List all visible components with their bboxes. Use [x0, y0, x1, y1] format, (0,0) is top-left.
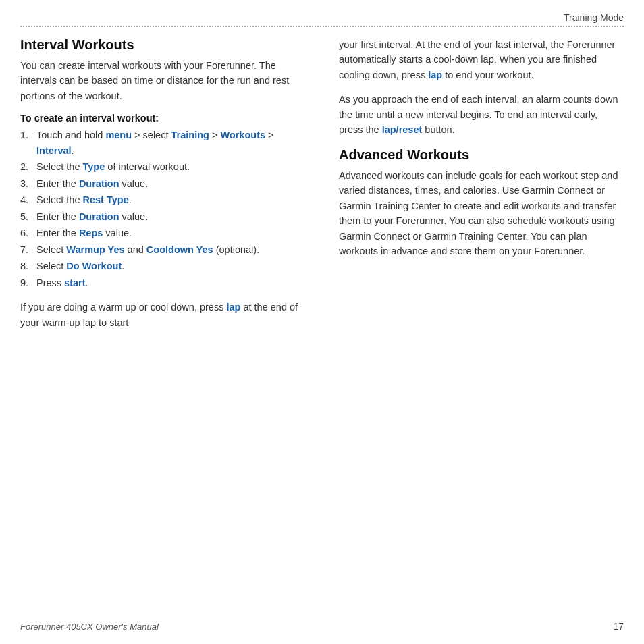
step-2-text: Select the Type of interval workout.	[36, 159, 190, 174]
step-3: 3. Enter the Duration value.	[20, 176, 305, 191]
step-6: 6. Enter the Reps value.	[20, 225, 305, 240]
page: Training Mode Interval Workouts You can …	[0, 0, 644, 644]
step-4-text: Select the Rest Type.	[36, 192, 132, 207]
step-5-num: 5.	[20, 209, 36, 224]
step-9-text: Press start.	[36, 275, 88, 290]
intro-text: You can create interval workouts with yo…	[20, 58, 305, 103]
advanced-workouts-title: Advanced Workouts	[339, 147, 624, 163]
step-9: 9. Press start.	[20, 275, 305, 290]
workouts-bold: Workouts	[220, 130, 265, 140]
step-7-num: 7.	[20, 242, 36, 257]
step-4: 4. Select the Rest Type.	[20, 192, 305, 207]
step-8-num: 8.	[20, 259, 36, 273]
step-6-num: 6.	[20, 225, 36, 240]
step-2-num: 2.	[20, 159, 36, 174]
footer-page-number: 17	[613, 621, 624, 632]
step-3-text: Enter the Duration value.	[36, 176, 148, 191]
sub-title: To create an interval workout:	[20, 113, 305, 124]
step-2: 2. Select the Type of interval workout.	[20, 159, 305, 174]
step-8-text: Select Do Workout.	[36, 259, 124, 273]
duration-bold-2: Duration	[79, 211, 119, 222]
footer-manual-title: Forerunner 405CX Owner's Manual	[20, 622, 159, 632]
steps-list: 1. Touch and hold menu > select Training…	[20, 128, 305, 290]
step-7: 7. Select Warmup Yes and Cooldown Yes (o…	[20, 242, 305, 257]
footer: Forerunner 405CX Owner's Manual 17	[20, 621, 624, 632]
warmup-bold: Warmup Yes	[66, 244, 124, 255]
cooldown-bold: Cooldown Yes	[146, 244, 213, 255]
left-column: Interval Workouts You can create interva…	[20, 37, 312, 610]
step-6-text: Enter the Reps value.	[36, 225, 132, 240]
step-9-num: 9.	[20, 275, 36, 290]
header-divider	[20, 26, 624, 27]
right-para2: As you approach the end of each interval…	[339, 92, 624, 137]
step-1-text: Touch and hold menu > select Training > …	[36, 128, 305, 158]
lap-bold-left: lap	[226, 302, 240, 313]
step-3-num: 3.	[20, 176, 36, 191]
start-bold: start	[64, 277, 85, 288]
menu-bold: menu	[105, 130, 132, 140]
step-4-num: 4.	[20, 192, 36, 207]
training-bold: Training	[171, 130, 209, 140]
right-intro: your first interval. At the end of your …	[339, 37, 624, 82]
content-area: Interval Workouts You can create interva…	[20, 37, 624, 610]
duration-bold-1: Duration	[79, 178, 119, 189]
rest-type-bold: Rest Type	[83, 194, 129, 205]
interval-workouts-title: Interval Workouts	[20, 37, 305, 53]
interval-bold: Interval	[36, 145, 72, 156]
right-column: your first interval. At the end of your …	[332, 37, 624, 610]
advanced-workouts-text: Advanced workouts can include goals for …	[339, 168, 624, 259]
type-bold: Type	[83, 161, 105, 172]
step-1-num: 1.	[20, 128, 36, 158]
closing-text: If you are doing a warm up or cool down,…	[20, 300, 305, 330]
step-8: 8. Select Do Workout.	[20, 259, 305, 273]
lap-reset-bold: lap/reset	[382, 124, 423, 135]
step-7-text: Select Warmup Yes and Cooldown Yes (opti…	[36, 242, 259, 257]
do-workout-bold: Do Workout	[66, 261, 122, 271]
step-1: 1. Touch and hold menu > select Training…	[20, 128, 305, 158]
step-5-text: Enter the Duration value.	[36, 209, 148, 224]
step-5: 5. Enter the Duration value.	[20, 209, 305, 224]
reps-bold: Reps	[79, 227, 103, 238]
lap-bold-right: lap	[428, 70, 442, 80]
header-label: Training Mode	[564, 12, 624, 23]
